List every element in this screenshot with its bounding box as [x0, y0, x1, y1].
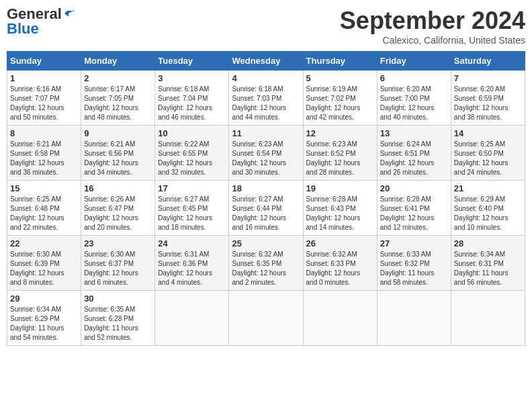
- table-row: 2Sunrise: 6:17 AM Sunset: 7:05 PM Daylig…: [81, 71, 155, 126]
- day-info: Sunrise: 6:35 AM Sunset: 6:28 PM Dayligh…: [84, 305, 152, 342]
- table-row: 24Sunrise: 6:31 AM Sunset: 6:36 PM Dayli…: [155, 236, 229, 291]
- day-info: Sunrise: 6:33 AM Sunset: 6:32 PM Dayligh…: [380, 250, 448, 287]
- day-info: Sunrise: 6:30 AM Sunset: 6:39 PM Dayligh…: [10, 250, 78, 287]
- day-number: 13: [380, 128, 448, 138]
- day-info: Sunrise: 6:20 AM Sunset: 6:59 PM Dayligh…: [454, 85, 522, 122]
- calendar-location: Calexico, California, United States: [340, 35, 525, 46]
- day-number: 23: [84, 238, 152, 248]
- day-number: 14: [454, 128, 522, 138]
- day-info: Sunrise: 6:28 AM Sunset: 6:41 PM Dayligh…: [380, 195, 448, 232]
- table-row: 27Sunrise: 6:33 AM Sunset: 6:32 PM Dayli…: [377, 236, 451, 291]
- day-info: Sunrise: 6:28 AM Sunset: 6:43 PM Dayligh…: [306, 195, 374, 232]
- table-row: [155, 291, 229, 346]
- table-row: 10Sunrise: 6:22 AM Sunset: 6:55 PM Dayli…: [155, 126, 229, 181]
- day-number: 4: [232, 73, 300, 83]
- table-row: 14Sunrise: 6:25 AM Sunset: 6:50 PM Dayli…: [451, 126, 525, 181]
- day-info: Sunrise: 6:34 AM Sunset: 6:31 PM Dayligh…: [454, 250, 522, 287]
- table-row: 22Sunrise: 6:30 AM Sunset: 6:39 PM Dayli…: [7, 236, 81, 291]
- day-info: Sunrise: 6:21 AM Sunset: 6:56 PM Dayligh…: [84, 140, 152, 177]
- logo-blue: Blue: [7, 21, 39, 36]
- col-wednesday: Wednesday: [229, 52, 303, 71]
- day-info: Sunrise: 6:21 AM Sunset: 6:58 PM Dayligh…: [10, 140, 78, 177]
- calendar-week-row: 22Sunrise: 6:30 AM Sunset: 6:39 PM Dayli…: [7, 236, 525, 291]
- day-number: 10: [158, 128, 226, 138]
- table-row: 23Sunrise: 6:30 AM Sunset: 6:37 PM Dayli…: [81, 236, 155, 291]
- table-row: [229, 291, 303, 346]
- day-number: 7: [454, 73, 522, 83]
- table-row: 29Sunrise: 6:34 AM Sunset: 6:29 PM Dayli…: [7, 291, 81, 346]
- col-friday: Friday: [377, 52, 451, 71]
- calendar-table: Sunday Monday Tuesday Wednesday Thursday…: [7, 51, 525, 346]
- table-row: 25Sunrise: 6:32 AM Sunset: 6:35 PM Dayli…: [229, 236, 303, 291]
- table-row: 4Sunrise: 6:18 AM Sunset: 7:03 PM Daylig…: [229, 71, 303, 126]
- calendar-title: September 2024: [340, 7, 525, 35]
- table-row: 7Sunrise: 6:20 AM Sunset: 6:59 PM Daylig…: [451, 71, 525, 126]
- col-tuesday: Tuesday: [155, 52, 229, 71]
- day-info: Sunrise: 6:22 AM Sunset: 6:55 PM Dayligh…: [158, 140, 226, 177]
- day-number: 3: [158, 73, 226, 83]
- table-row: 19Sunrise: 6:28 AM Sunset: 6:43 PM Dayli…: [303, 181, 377, 236]
- day-number: 15: [10, 183, 78, 193]
- table-row: 6Sunrise: 6:20 AM Sunset: 7:00 PM Daylig…: [377, 71, 451, 126]
- table-row: [451, 291, 525, 346]
- table-row: 28Sunrise: 6:34 AM Sunset: 6:31 PM Dayli…: [451, 236, 525, 291]
- day-info: Sunrise: 6:32 AM Sunset: 6:35 PM Dayligh…: [232, 250, 300, 287]
- day-info: Sunrise: 6:24 AM Sunset: 6:51 PM Dayligh…: [380, 140, 448, 177]
- table-row: 26Sunrise: 6:32 AM Sunset: 6:33 PM Dayli…: [303, 236, 377, 291]
- table-row: 20Sunrise: 6:28 AM Sunset: 6:41 PM Dayli…: [377, 181, 451, 236]
- day-number: 26: [306, 238, 374, 248]
- day-number: 27: [380, 238, 448, 248]
- day-number: 6: [380, 73, 448, 83]
- table-row: 3Sunrise: 6:18 AM Sunset: 7:04 PM Daylig…: [155, 71, 229, 126]
- day-number: 16: [84, 183, 152, 193]
- logo-text: General: [7, 7, 77, 21]
- day-info: Sunrise: 6:16 AM Sunset: 7:07 PM Dayligh…: [10, 85, 78, 122]
- day-number: 24: [158, 238, 226, 248]
- table-row: 21Sunrise: 6:29 AM Sunset: 6:40 PM Dayli…: [451, 181, 525, 236]
- calendar-week-row: 29Sunrise: 6:34 AM Sunset: 6:29 PM Dayli…: [7, 291, 525, 346]
- day-number: 8: [10, 128, 78, 138]
- day-info: Sunrise: 6:20 AM Sunset: 7:00 PM Dayligh…: [380, 85, 448, 122]
- table-row: 15Sunrise: 6:25 AM Sunset: 6:48 PM Dayli…: [7, 181, 81, 236]
- table-row: 12Sunrise: 6:23 AM Sunset: 6:52 PM Dayli…: [303, 126, 377, 181]
- table-row: 30Sunrise: 6:35 AM Sunset: 6:28 PM Dayli…: [81, 291, 155, 346]
- day-info: Sunrise: 6:17 AM Sunset: 7:05 PM Dayligh…: [84, 85, 152, 122]
- day-number: 12: [306, 128, 374, 138]
- day-info: Sunrise: 6:27 AM Sunset: 6:44 PM Dayligh…: [232, 195, 300, 232]
- title-area: September 2024 Calexico, California, Uni…: [340, 7, 525, 46]
- day-number: 20: [380, 183, 448, 193]
- day-info: Sunrise: 6:18 AM Sunset: 7:03 PM Dayligh…: [232, 85, 300, 122]
- table-row: 5Sunrise: 6:19 AM Sunset: 7:02 PM Daylig…: [303, 71, 377, 126]
- day-number: 2: [84, 73, 152, 83]
- col-saturday: Saturday: [451, 52, 525, 71]
- day-number: 29: [10, 293, 78, 304]
- calendar-header-row: Sunday Monday Tuesday Wednesday Thursday…: [7, 52, 525, 71]
- day-info: Sunrise: 6:25 AM Sunset: 6:50 PM Dayligh…: [454, 140, 522, 177]
- table-row: 16Sunrise: 6:26 AM Sunset: 6:47 PM Dayli…: [81, 181, 155, 236]
- page-header: General Blue September 2024 Calexico, Ca…: [7, 7, 525, 46]
- day-number: 22: [10, 238, 78, 248]
- day-info: Sunrise: 6:19 AM Sunset: 7:02 PM Dayligh…: [306, 85, 374, 122]
- day-info: Sunrise: 6:23 AM Sunset: 6:54 PM Dayligh…: [232, 140, 300, 177]
- table-row: 9Sunrise: 6:21 AM Sunset: 6:56 PM Daylig…: [81, 126, 155, 181]
- day-number: 17: [158, 183, 226, 193]
- day-number: 21: [454, 183, 522, 193]
- day-number: 19: [306, 183, 374, 193]
- day-number: 25: [232, 238, 300, 248]
- table-row: 17Sunrise: 6:27 AM Sunset: 6:45 PM Dayli…: [155, 181, 229, 236]
- day-number: 11: [232, 128, 300, 138]
- day-info: Sunrise: 6:25 AM Sunset: 6:48 PM Dayligh…: [10, 195, 78, 232]
- col-monday: Monday: [81, 52, 155, 71]
- day-info: Sunrise: 6:31 AM Sunset: 6:36 PM Dayligh…: [158, 250, 226, 287]
- table-row: 1Sunrise: 6:16 AM Sunset: 7:07 PM Daylig…: [7, 71, 81, 126]
- day-info: Sunrise: 6:27 AM Sunset: 6:45 PM Dayligh…: [158, 195, 226, 232]
- calendar-week-row: 15Sunrise: 6:25 AM Sunset: 6:48 PM Dayli…: [7, 181, 525, 236]
- col-thursday: Thursday: [303, 52, 377, 71]
- col-sunday: Sunday: [7, 52, 81, 71]
- day-info: Sunrise: 6:32 AM Sunset: 6:33 PM Dayligh…: [306, 250, 374, 287]
- day-number: 28: [454, 238, 522, 248]
- day-info: Sunrise: 6:23 AM Sunset: 6:52 PM Dayligh…: [306, 140, 374, 177]
- day-info: Sunrise: 6:30 AM Sunset: 6:37 PM Dayligh…: [84, 250, 152, 287]
- day-number: 9: [84, 128, 152, 138]
- day-info: Sunrise: 6:18 AM Sunset: 7:04 PM Dayligh…: [158, 85, 226, 122]
